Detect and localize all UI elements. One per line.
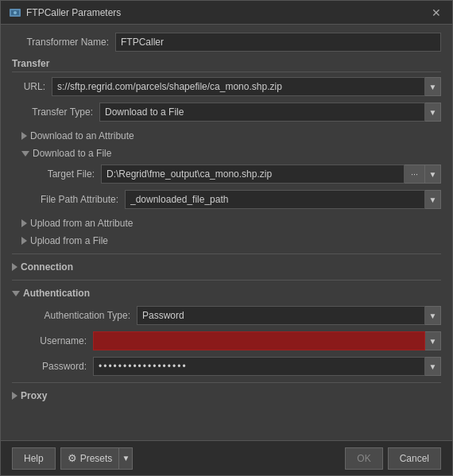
presets-label: Presets [80, 453, 113, 464]
transformer-name-input[interactable] [115, 33, 441, 52]
url-row: URL: ▼ [12, 77, 441, 96]
target-file-browse-button[interactable]: ··· [405, 164, 425, 184]
ok-button[interactable]: OK [345, 447, 382, 470]
username-input[interactable] [93, 331, 425, 350]
svg-point-2 [14, 11, 17, 14]
footer: Help ⚙ Presets ▼ OK Cancel [1, 440, 452, 475]
target-file-input-group: ··· ▼ [101, 164, 441, 184]
title-bar-text: FTPCaller Parameters [26, 7, 121, 18]
username-row: Username: ▼ [21, 331, 441, 350]
download-to-file-header[interactable]: Download to a File [12, 145, 441, 161]
connection-label: Connection [21, 261, 73, 273]
proxy-label: Proxy [21, 390, 47, 401]
app-icon [9, 6, 21, 19]
transformer-name-label: Transformer Name: [12, 37, 115, 48]
target-file-dropdown-button[interactable]: ▼ [425, 164, 441, 184]
authentication-arrow-icon [12, 291, 20, 296]
username-label: Username: [21, 335, 93, 346]
upload-attribute-label: Upload from an Attribute [30, 218, 133, 229]
connection-header[interactable]: Connection [12, 259, 441, 275]
title-bar-left: FTPCaller Parameters [9, 6, 121, 19]
connection-arrow-icon [12, 263, 17, 271]
password-label: Password: [21, 361, 93, 372]
presets-dropdown-button[interactable]: ▼ [118, 447, 133, 470]
footer-left: Help ⚙ Presets ▼ [12, 447, 133, 470]
presets-button-group: ⚙ Presets ▼ [60, 447, 134, 470]
proxy-header[interactable]: Proxy [12, 388, 441, 404]
proxy-arrow-icon [12, 392, 17, 400]
main-content: Transformer Name: Transfer URL: ▼ Transf… [1, 25, 452, 440]
file-path-attribute-label: File Path Attribute: [21, 194, 125, 205]
download-attribute-label: Download to an Attribute [30, 130, 134, 141]
auth-type-row: Authentication Type: Password SSH Key No… [21, 306, 441, 325]
authentication-section: Authentication Authentication Type: Pass… [12, 285, 441, 376]
password-input-group: ▼ [93, 357, 441, 376]
file-path-dropdown-button[interactable]: ▼ [425, 190, 441, 209]
authentication-content: Authentication Type: Password SSH Key No… [12, 306, 441, 376]
username-input-group: ▼ [93, 331, 441, 350]
upload-attribute-arrow-icon [21, 219, 27, 227]
download-attribute-arrow-icon [21, 132, 27, 140]
cancel-button[interactable]: Cancel [388, 447, 441, 470]
help-button[interactable]: Help [12, 447, 56, 470]
file-path-attribute-row: File Path Attribute: ▼ [21, 190, 441, 209]
url-input[interactable] [52, 77, 425, 96]
transfer-type-dropdown-button[interactable]: ▼ [425, 103, 441, 122]
auth-type-select[interactable]: Password SSH Key None [137, 306, 425, 325]
title-bar: FTPCaller Parameters ✕ [1, 1, 452, 25]
download-file-arrow-icon [21, 151, 29, 157]
upload-from-attribute-header[interactable]: Upload from an Attribute [12, 215, 441, 231]
transfer-section-label: Transfer [12, 58, 441, 72]
auth-type-input-group: Password SSH Key None ▼ [137, 306, 441, 325]
download-to-file-section: Download to a File Target File: ··· ▼ Fi… [12, 145, 441, 209]
gear-icon: ⚙ [68, 452, 77, 464]
upload-file-label: Upload from a File [30, 235, 108, 246]
auth-type-dropdown-button[interactable]: ▼ [425, 306, 441, 325]
authentication-label: Authentication [23, 288, 90, 299]
password-dropdown-button[interactable]: ▼ [425, 357, 441, 376]
transformer-name-row: Transformer Name: [12, 33, 441, 52]
target-file-input[interactable] [101, 164, 405, 184]
url-dropdown-button[interactable]: ▼ [425, 77, 441, 96]
file-path-input-group: ▼ [125, 190, 441, 209]
download-to-attribute-header[interactable]: Download to an Attribute [12, 128, 441, 144]
presets-main-button[interactable]: ⚙ Presets [60, 447, 119, 470]
username-dropdown-button[interactable]: ▼ [425, 331, 441, 350]
close-button[interactable]: ✕ [428, 6, 444, 19]
transfer-type-label: Transfer Type: [12, 106, 99, 118]
download-to-file-content: Target File: ··· ▼ File Path Attribute: … [12, 164, 441, 209]
upload-file-arrow-icon [21, 237, 27, 245]
password-row: Password: ▼ [21, 357, 441, 376]
file-path-attribute-input[interactable] [125, 190, 425, 209]
password-input[interactable] [93, 357, 425, 376]
transfer-type-row: Transfer Type: Download to a File Downlo… [12, 103, 441, 122]
footer-right: OK Cancel [345, 447, 441, 470]
download-file-label: Download to a File [33, 148, 111, 159]
auth-type-label: Authentication Type: [21, 310, 137, 321]
dialog-container: FTPCaller Parameters ✕ Transformer Name:… [0, 0, 453, 476]
authentication-header[interactable]: Authentication [12, 285, 441, 301]
transfer-type-input-group: Download to a File Download to an Attrib… [99, 103, 441, 122]
transfer-type-select[interactable]: Download to a File Download to an Attrib… [99, 103, 425, 122]
upload-from-file-header[interactable]: Upload from a File [12, 233, 441, 249]
url-label: URL: [12, 81, 52, 92]
url-input-group: ▼ [52, 77, 441, 96]
target-file-label: Target File: [21, 168, 101, 180]
target-file-row: Target File: ··· ▼ [21, 164, 441, 184]
